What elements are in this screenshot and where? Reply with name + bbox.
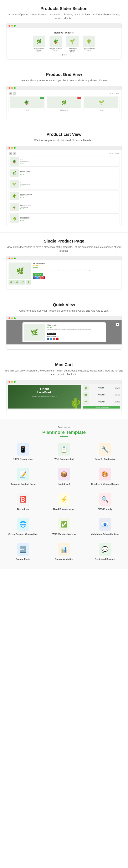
qty-decrease-button[interactable]: - xyxy=(115,401,117,403)
cart-item-image: 🌱 xyxy=(83,399,89,405)
slider-product-image: 🌱 xyxy=(66,36,79,47)
sp-add-to-cart-button[interactable]: Add To Cart xyxy=(33,273,43,276)
slider-product-name: Konservencap otoporala xyxy=(65,48,80,51)
feature-item: 📊 Google Analytics xyxy=(45,541,83,563)
slider-dot-3 xyxy=(65,54,67,56)
cart-item-info: Plant item 1 $28.00 xyxy=(90,387,114,390)
feature-icon: ✅ xyxy=(58,518,70,531)
googleplus-share-icon[interactable]: g xyxy=(39,276,42,279)
grid-product-name: Bellford queen xyxy=(9,108,44,110)
lookbook-sub-text: Ur throwa and Gappam entirely are behind… xyxy=(32,396,57,397)
browser-dot-yellow-mc xyxy=(11,381,13,383)
feature-item: 🅱️ Bicon Icon xyxy=(4,491,42,513)
qty-decrease-button[interactable]: - xyxy=(115,394,117,396)
list-products: 🪴 Bellford queen Alliquam lobortis $28.0… xyxy=(8,156,120,224)
minicart-inner: t Plant LookBook Ur throwa and Gappam en… xyxy=(6,384,122,410)
mini-cart-browser-bar xyxy=(6,380,122,384)
list-item: 🎍 Alliquam sit amet Konservencap $18.00 xyxy=(8,202,120,212)
slider-product-price: $00.00 xyxy=(82,50,96,51)
qty-decrease-button[interactable]: - xyxy=(115,387,117,389)
grid-view-icon[interactable]: ⊞ xyxy=(9,92,12,95)
grid-title: Product Grid View xyxy=(4,72,124,77)
list-item: 🌿 Alliquam lobortis Konservencap otopora… xyxy=(8,168,120,178)
browser-dot-red-sp xyxy=(8,257,10,259)
list-toolbar: ⊞ ☰ Sort By Show xyxy=(8,152,120,155)
slider-dot-1 xyxy=(62,54,63,56)
single-product-desc: View allows the visitors to have a close… xyxy=(4,245,124,253)
thumb-1[interactable]: 🌿 xyxy=(8,280,14,284)
grid-desc: We care about your experience. If you li… xyxy=(4,79,124,82)
grid-products: NEW 🪴 Bellford queen $28.00 SALE 🌿 Alliq… xyxy=(8,96,120,112)
list-product-image: 🌱 xyxy=(9,180,19,188)
sort-label: Sort By Show xyxy=(109,93,119,94)
slider-dots xyxy=(10,54,118,56)
feature-label: Google Analytics xyxy=(47,558,81,561)
list-browser-bar xyxy=(6,146,122,150)
single-product-info: Sit voluptatem ★★★★☆ $35.00 Lorem ipsum … xyxy=(33,262,120,284)
grid-section: Product Grid View We care about your exp… xyxy=(0,66,128,126)
single-product-browser-content: 🌿 🌿 🪴 🌱 🌵 Sit voluptatem ★★★★☆ $35.00 Lo… xyxy=(6,260,122,289)
grid-product-price: $28.00 xyxy=(9,110,44,111)
thumb-3[interactable]: 🌱 xyxy=(20,280,25,284)
list-product-info: Alliquam lobortis Konservencap otoporala… xyxy=(20,171,119,175)
pinterest-share-icon[interactable]: p xyxy=(42,276,45,279)
feature-icon: 🔤 xyxy=(17,543,29,556)
feature-label: Used Fontawesome xyxy=(47,508,81,510)
browser-dot-yellow-grid xyxy=(11,87,13,89)
grid-product-image: 🌱 xyxy=(84,97,119,108)
sp-product-name: Sit voluptatem xyxy=(33,262,120,265)
features-grid: 📱 100% Responsive 📋 Well Documented 🔧 Ea… xyxy=(4,441,124,563)
list-product-price: $38.00 xyxy=(20,174,119,175)
quick-view-desc: Click Here, and See your Product on Diff… xyxy=(4,309,124,313)
cart-qty-control: - 1 + xyxy=(115,387,120,389)
sp-description: Lorem ipsum dolor sit amet consectetur a… xyxy=(33,269,120,271)
list-product-info: Bellford special Alliquam lobortis $25.0… xyxy=(20,217,119,221)
single-product-title: Single Product Page xyxy=(4,239,124,244)
qv-facebook-icon[interactable]: f xyxy=(46,338,49,340)
slider-product-price: $00.00 xyxy=(32,51,46,53)
qv-googleplus-icon[interactable]: g xyxy=(53,338,55,340)
quickview-box: 🌿 Sit voluptatem $35.00 Lorem ipsum dolo… xyxy=(23,322,106,342)
browser-dot-green xyxy=(14,25,15,27)
feature-label: Well Documented xyxy=(47,458,81,461)
qty-increase-button[interactable]: + xyxy=(118,394,120,396)
quickview-overlay: 🌿 Sit voluptatem $35.00 Lorem ipsum dolo… xyxy=(6,320,122,344)
checkout-button[interactable]: Proceed To Checkout xyxy=(83,406,120,408)
list-product-sub: Konservencap xyxy=(20,207,119,208)
browser-bar xyxy=(6,24,122,28)
list-product-price: $18.00 xyxy=(20,208,119,210)
mini-cart-browser-content: t Plant LookBook Ur throwa and Gappam en… xyxy=(6,384,122,413)
list-product-sub: Konservencap otoporala xyxy=(20,172,119,174)
slider-product-card: 🪴 Diptyque collection $00.00 xyxy=(49,36,63,53)
list-product-name: Alliquam sit amet xyxy=(20,205,119,206)
grid-product-price: $44.00$38.00 xyxy=(47,110,81,111)
list-view-icon[interactable]: ☰ xyxy=(13,92,16,95)
grid-product-name: Alliquam lobortis xyxy=(47,108,81,110)
thumb-4[interactable]: 🌵 xyxy=(26,280,31,284)
qv-pinterest-icon[interactable]: p xyxy=(56,338,59,340)
qty-increase-button[interactable]: + xyxy=(118,387,120,389)
twitter-share-icon[interactable]: t xyxy=(36,276,39,279)
list-grid-icon[interactable]: ⊞ xyxy=(9,152,12,155)
grid-browser-bar xyxy=(6,86,122,90)
browser-dot-yellow xyxy=(11,25,13,27)
list-product-name: Bellford queen xyxy=(20,159,119,161)
list-product-name: Diptyque collection xyxy=(20,194,119,195)
cart-item-price: $28.00 xyxy=(90,388,114,390)
product-thumbnails: 🌿 🪴 🌱 🌵 xyxy=(8,280,31,284)
facebook-share-icon[interactable]: f xyxy=(33,276,36,279)
feature-icon: 🔍 xyxy=(99,493,111,506)
feature-label: Bicon Icon xyxy=(6,508,40,510)
qv-product-desc: Lorem ipsum dolor sit amet consectetur a… xyxy=(46,329,104,331)
thumb-2[interactable]: 🪴 xyxy=(14,280,20,284)
qv-close-button[interactable]: × xyxy=(116,323,119,326)
browser-dot-green-list xyxy=(14,147,15,149)
slider-product-card: 🌿 Acer palmatum dissectum $00.00 xyxy=(32,36,46,53)
list-list-icon[interactable]: ☰ xyxy=(13,152,16,155)
qv-add-to-cart-button[interactable]: Add to Cart xyxy=(46,333,56,335)
list-item: 🪴 Bellford queen Alliquam lobortis $28.0… xyxy=(8,156,120,166)
lookbook-plant-emoji: 🌵 xyxy=(69,398,81,408)
list-product-image: 🎍 xyxy=(9,203,19,211)
qv-twitter-icon[interactable]: t xyxy=(50,338,52,340)
qty-increase-button[interactable]: + xyxy=(118,401,120,403)
